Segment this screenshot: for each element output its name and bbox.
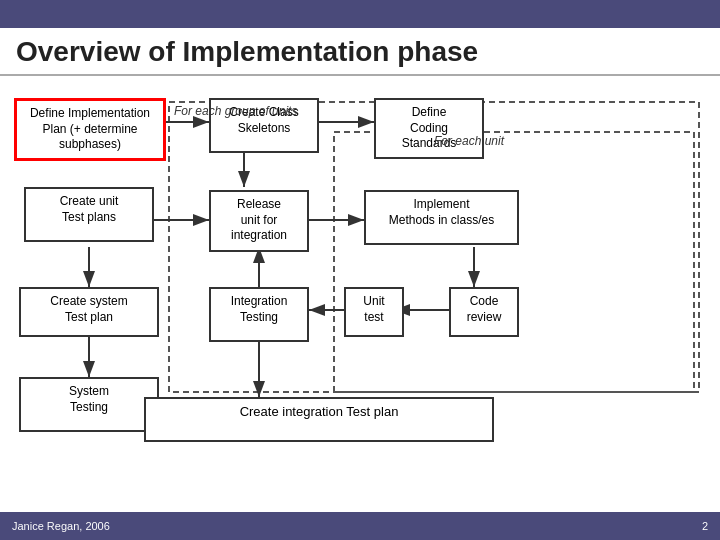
release-unit-box: Release unit for integration bbox=[209, 190, 309, 252]
define-impl-text: Define Implementation Plan (+ determine … bbox=[30, 106, 150, 151]
create-system-box: Create system Test plan bbox=[19, 287, 159, 337]
system-testing-box: System Testing bbox=[19, 377, 159, 432]
define-impl-box: Define Implementation Plan (+ determine … bbox=[14, 98, 166, 161]
slide-header bbox=[0, 0, 720, 28]
diagram: Define Implementation Plan (+ determine … bbox=[14, 82, 702, 472]
page-number: 2 bbox=[702, 520, 708, 532]
create-unit-box: Create unit Test plans bbox=[24, 187, 154, 242]
bottom-bar: Janice Regan, 2006 2 bbox=[0, 512, 720, 540]
define-coding-box: Define Coding Standards bbox=[374, 98, 484, 159]
svg-rect-3 bbox=[334, 132, 694, 392]
code-review-box: Code review bbox=[449, 287, 519, 337]
integration-testing-box: Integration Testing bbox=[209, 287, 309, 342]
implement-methods-box: Implement Methods in class/es bbox=[364, 190, 519, 245]
slide-title: Overview of Implementation phase bbox=[0, 28, 720, 76]
bottom-label: Janice Regan, 2006 bbox=[12, 520, 110, 532]
create-integration-box: Create integration Test plan bbox=[144, 397, 494, 442]
for-each-group-label: For each group of units bbox=[174, 104, 297, 118]
unit-test-box: Unit test bbox=[344, 287, 404, 337]
slide: Overview of Implementation phase bbox=[0, 0, 720, 540]
for-each-unit-label: For each unit bbox=[434, 134, 504, 148]
